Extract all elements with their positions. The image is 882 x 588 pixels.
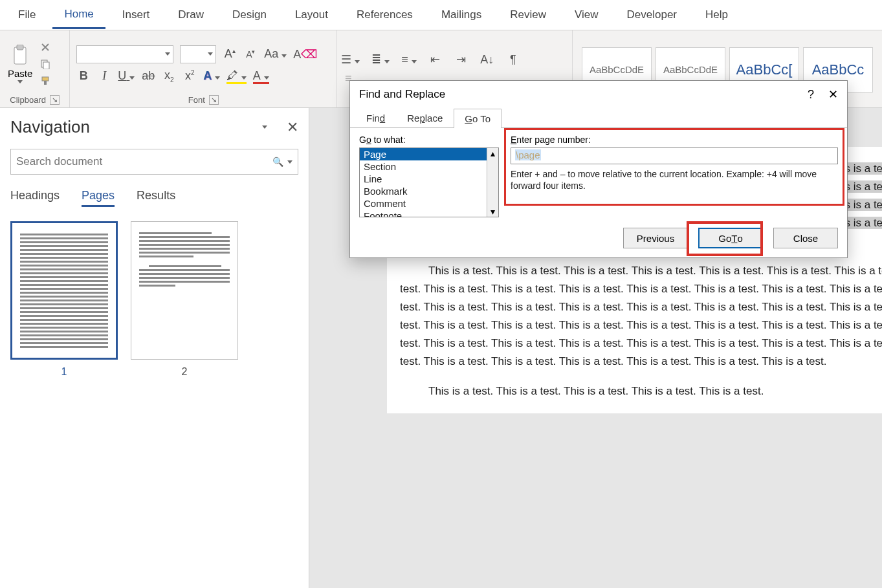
goto-item-line[interactable]: Line bbox=[360, 173, 487, 185]
goto-what-label: Go to what: bbox=[359, 135, 499, 145]
enter-page-input[interactable]: \page bbox=[511, 147, 838, 164]
subscript-button[interactable]: x2 bbox=[162, 69, 176, 83]
show-marks-button[interactable]: ¶ bbox=[506, 53, 520, 67]
group-font: A▴ A▾ Aa A⌫ B I U ab x2 x2 A 🖍 A bbox=[70, 30, 337, 107]
copy-icon[interactable] bbox=[40, 59, 50, 69]
navigation-pane: Navigation ✕ 🔍 Headings Pages Results 1 bbox=[0, 108, 309, 588]
ribbon-tabs: File Home Insert Draw Design Layout Refe… bbox=[0, 0, 882, 30]
goto-item-footnote[interactable]: Footnote bbox=[360, 210, 487, 217]
font-launcher-icon[interactable]: ↘ bbox=[209, 95, 219, 105]
svg-rect-1 bbox=[17, 45, 23, 50]
superscript-button[interactable]: x2 bbox=[182, 69, 197, 83]
italic-button[interactable]: I bbox=[97, 69, 111, 83]
font-name-combo[interactable] bbox=[76, 45, 173, 63]
group-clipboard: Paste Clipboard ↘ bbox=[0, 30, 70, 107]
goto-item-comment[interactable]: Comment bbox=[360, 197, 487, 210]
format-painter-icon[interactable] bbox=[40, 76, 50, 86]
tab-developer[interactable]: Developer bbox=[615, 2, 689, 28]
navigation-search[interactable]: 🔍 bbox=[10, 149, 298, 175]
text-effects-button[interactable]: A bbox=[203, 69, 219, 83]
document-paragraph-3: This is a test. This is a test. This is … bbox=[428, 385, 764, 397]
scroll-up-icon[interactable]: ▴ bbox=[491, 148, 495, 158]
tab-help[interactable]: Help bbox=[694, 2, 740, 28]
tab-view[interactable]: View bbox=[563, 2, 610, 28]
document-paragraph-2: This is a test. This is a test. This is … bbox=[400, 265, 882, 367]
clear-formatting-button[interactable]: A⌫ bbox=[293, 47, 317, 61]
tab-review[interactable]: Review bbox=[498, 2, 558, 28]
change-case-button[interactable]: Aa bbox=[264, 47, 287, 61]
goto-button[interactable]: Go To bbox=[698, 228, 763, 248]
bold-button[interactable]: B bbox=[76, 69, 91, 83]
paste-dropdown-icon[interactable] bbox=[17, 80, 23, 83]
font-size-combo[interactable] bbox=[180, 45, 216, 63]
navigation-close-icon[interactable]: ✕ bbox=[287, 119, 298, 136]
paste-icon[interactable] bbox=[10, 45, 30, 67]
underline-button[interactable]: U bbox=[118, 69, 135, 83]
dialog-close-icon[interactable]: ✕ bbox=[828, 87, 838, 102]
search-dropdown-icon[interactable] bbox=[287, 160, 292, 164]
goto-item-page[interactable]: Page bbox=[360, 148, 487, 160]
thumbnail-label-1: 1 bbox=[10, 366, 118, 378]
thumbnail-page-1[interactable] bbox=[10, 221, 118, 360]
tab-layout[interactable]: Layout bbox=[283, 2, 340, 28]
dialog-title: Find and Replace bbox=[359, 88, 445, 101]
svg-rect-5 bbox=[44, 81, 47, 85]
nav-tab-results[interactable]: Results bbox=[137, 189, 175, 207]
svg-rect-3 bbox=[43, 62, 49, 69]
dialog-tab-goto[interactable]: Go To bbox=[454, 109, 502, 128]
font-group-label: Font bbox=[188, 95, 205, 105]
decrease-indent-button[interactable]: ⇤ bbox=[428, 52, 443, 67]
paste-label[interactable]: Paste bbox=[8, 68, 32, 79]
goto-item-section[interactable]: Section bbox=[360, 160, 487, 173]
tab-home[interactable]: Home bbox=[52, 1, 105, 29]
tab-references[interactable]: References bbox=[345, 2, 424, 28]
nav-tab-headings[interactable]: Headings bbox=[10, 189, 60, 207]
navigation-title: Navigation bbox=[10, 117, 90, 137]
nav-tab-pages[interactable]: Pages bbox=[82, 189, 115, 207]
navigation-tabs: Headings Pages Results bbox=[10, 189, 298, 207]
enter-page-label: Enter page number: bbox=[511, 135, 838, 145]
dialog-help-icon[interactable]: ? bbox=[808, 88, 814, 102]
tab-mailings[interactable]: Mailings bbox=[430, 2, 493, 28]
goto-what-list[interactable]: Page Section Line Bookmark Comment Footn… bbox=[359, 147, 499, 217]
font-color-button[interactable]: A bbox=[253, 69, 269, 83]
highlight-button[interactable]: 🖍 bbox=[226, 69, 247, 83]
cut-icon[interactable] bbox=[40, 42, 50, 52]
clipboard-launcher-icon[interactable]: ↘ bbox=[50, 95, 60, 105]
increase-indent-button[interactable]: ⇥ bbox=[454, 52, 469, 67]
goto-item-bookmark[interactable]: Bookmark bbox=[360, 185, 487, 197]
shrink-font-button[interactable]: A▾ bbox=[243, 49, 258, 60]
close-button[interactable]: Close bbox=[773, 228, 838, 248]
navigation-options-icon[interactable] bbox=[262, 125, 267, 129]
tab-draw[interactable]: Draw bbox=[166, 2, 215, 28]
search-icon[interactable]: 🔍 bbox=[272, 157, 283, 167]
tab-file[interactable]: File bbox=[6, 2, 47, 28]
search-input[interactable] bbox=[16, 155, 272, 168]
multilevel-button[interactable]: ≡ bbox=[401, 53, 417, 67]
tab-design[interactable]: Design bbox=[221, 2, 278, 28]
thumbnail-page-2[interactable] bbox=[131, 221, 238, 360]
tab-insert[interactable]: Insert bbox=[111, 2, 162, 28]
strikethrough-button[interactable]: ab bbox=[141, 69, 155, 83]
dialog-tab-replace[interactable]: Replace bbox=[396, 108, 454, 127]
clipboard-group-label: Clipboard bbox=[10, 95, 46, 105]
sort-button[interactable]: A↓ bbox=[480, 53, 494, 67]
goto-help-text: Enter + and – to move relative to the cu… bbox=[511, 168, 838, 191]
bullets-button[interactable]: ☰ bbox=[341, 52, 360, 67]
goto-list-scrollbar[interactable]: ▴ ▾ bbox=[487, 148, 498, 217]
thumbnail-label-2: 2 bbox=[131, 366, 238, 378]
page-thumbnails: 1 2 bbox=[10, 221, 298, 378]
dialog-tab-find[interactable]: Find bbox=[355, 108, 396, 127]
svg-rect-4 bbox=[42, 77, 49, 81]
previous-button[interactable]: Previous bbox=[623, 228, 688, 248]
grow-font-button[interactable]: A▴ bbox=[223, 47, 237, 61]
find-replace-dialog: Find and Replace ? ✕ Find Replace Go To … bbox=[349, 80, 848, 258]
numbering-button[interactable]: ≣ bbox=[371, 52, 390, 67]
dialog-titlebar[interactable]: Find and Replace ? ✕ bbox=[350, 81, 847, 108]
dialog-tabs: Find Replace Go To bbox=[350, 108, 847, 128]
scroll-down-icon[interactable]: ▾ bbox=[491, 206, 495, 217]
